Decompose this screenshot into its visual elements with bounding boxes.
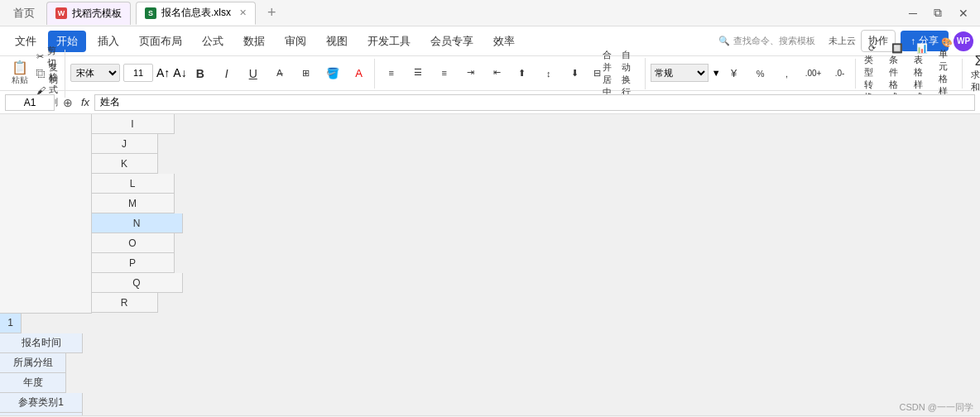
spreadsheet-container: I J K L M N O P Q R 1 报名时间 所属分组 bbox=[0, 114, 980, 415]
cell-K1[interactable]: 年度 bbox=[0, 373, 66, 393]
cell-style-button[interactable]: 🎨 单元格样式 bbox=[935, 59, 958, 89]
col-header-R[interactable]: R bbox=[92, 293, 158, 313]
decrease-decimal-button[interactable]: .0- bbox=[829, 59, 852, 89]
cell-I1[interactable]: 报名时间 bbox=[0, 333, 83, 353]
sum-label: 求和 bbox=[971, 69, 980, 93]
col-header-K[interactable]: K bbox=[92, 154, 158, 174]
close-button[interactable]: ✕ bbox=[954, 5, 973, 22]
increase-decimal-button[interactable]: .00+ bbox=[802, 59, 825, 89]
col-header-N[interactable]: N bbox=[92, 213, 183, 233]
sum-button[interactable]: Σ 求和 bbox=[968, 59, 980, 89]
cell-J1[interactable]: 所属分组 bbox=[0, 353, 66, 373]
font-name-select[interactable]: 宋体 bbox=[70, 64, 120, 82]
indent-increase-button[interactable]: ⇥ bbox=[459, 58, 483, 88]
font-size-input[interactable] bbox=[123, 64, 153, 82]
menu-review[interactable]: 审阅 bbox=[276, 31, 315, 52]
formula-input[interactable] bbox=[94, 94, 975, 111]
table-style-button[interactable]: 📊 表格样式 bbox=[910, 59, 934, 89]
minimize-button[interactable]: ─ bbox=[904, 5, 922, 22]
bold-button[interactable]: B bbox=[189, 59, 212, 89]
number-format-dropdown[interactable]: ▼ bbox=[712, 68, 721, 78]
col-header-O[interactable]: O bbox=[92, 233, 175, 253]
col-header-L[interactable]: L bbox=[92, 174, 175, 194]
column-header-row: I J K L M N O P Q R bbox=[0, 114, 183, 313]
cell-L1[interactable]: 参赛类别1 bbox=[0, 393, 83, 413]
strikethrough-button[interactable]: A̶ bbox=[268, 59, 291, 89]
font-increase-button[interactable]: A↑ bbox=[156, 66, 170, 79]
tab-wps[interactable]: W 找稻壳模板 bbox=[46, 2, 131, 25]
menu-member[interactable]: 会员专享 bbox=[422, 31, 482, 52]
add-tab-button[interactable]: + bbox=[261, 4, 283, 22]
auto-wrap-label: 自动换行 bbox=[622, 49, 638, 98]
number-group: 常规 ▼ ¥ % , .00+ .0- bbox=[647, 59, 856, 89]
table-row: 1 报名时间 所属分组 年度 参赛类别1 作品名称1 作品1 参赛类别2 作品名… bbox=[0, 313, 183, 415]
maximize-button[interactable]: ⧉ bbox=[929, 4, 947, 22]
valign-mid-button[interactable]: ↕ bbox=[537, 59, 560, 89]
table-style-icon: 📊 bbox=[916, 43, 928, 54]
fill-color-button[interactable]: 🪣 bbox=[321, 59, 344, 89]
home-button[interactable]: 首页 bbox=[7, 4, 41, 22]
italic-button[interactable]: I bbox=[215, 59, 238, 89]
align-right-button[interactable]: ≡ bbox=[433, 58, 456, 88]
valign-bot-button[interactable]: ⬇ bbox=[564, 59, 587, 89]
paste-button[interactable]: 📋 粘贴 bbox=[8, 59, 31, 89]
corner-cell bbox=[0, 114, 91, 313]
currency-button[interactable]: ¥ bbox=[723, 59, 746, 89]
menu-formula[interactable]: 公式 bbox=[194, 31, 232, 52]
menu-data[interactable]: 数据 bbox=[235, 31, 273, 52]
paste-label: 粘贴 bbox=[12, 74, 28, 86]
cell-M1[interactable]: 作品名称1 bbox=[0, 413, 83, 416]
calc-group: Σ 求和 ▽ 筛选 ↕ 排序 bbox=[964, 59, 980, 89]
sum-icon: Σ bbox=[975, 54, 980, 69]
menu-layout[interactable]: 页面布局 bbox=[131, 31, 190, 52]
cell-reference-input[interactable] bbox=[5, 94, 55, 111]
number-format-select[interactable]: 常规 bbox=[651, 64, 709, 82]
paste-icon: 📋 bbox=[12, 61, 28, 74]
menu-bar: 文件 开始 插入 页面布局 公式 数据 审阅 视图 开发工具 会员专享 效率 🔍… bbox=[0, 26, 980, 56]
spreadsheet-table: I J K L M N O P Q R 1 报名时间 所属分组 bbox=[0, 114, 183, 415]
thousand-button[interactable]: , bbox=[776, 59, 799, 89]
menu-view[interactable]: 视图 bbox=[318, 31, 356, 52]
valign-top-button[interactable]: ⬆ bbox=[511, 59, 534, 89]
underline-button[interactable]: U bbox=[242, 59, 265, 89]
indent-decrease-button[interactable]: ⇤ bbox=[486, 58, 509, 88]
search-area[interactable]: 🔍 查找命令、搜索模板 bbox=[718, 35, 815, 47]
title-bar-left: 首页 W 找稻壳模板 S 报名信息表.xlsx ✕ + bbox=[7, 2, 283, 25]
cond-format-button[interactable]: 🔲 条件格式 bbox=[886, 59, 909, 89]
col-header-P[interactable]: P bbox=[92, 253, 175, 273]
col-header-Q[interactable]: Q bbox=[92, 273, 183, 293]
formula-fx-label: fx bbox=[81, 96, 89, 108]
percent-button[interactable]: % bbox=[749, 59, 772, 89]
auto-wrap-button[interactable]: 自动换行 bbox=[618, 59, 641, 89]
tab-excel-label: 报名信息表.xlsx bbox=[161, 6, 231, 20]
menu-efficiency[interactable]: 效率 bbox=[485, 31, 523, 52]
col-header-J[interactable]: J bbox=[92, 134, 158, 154]
align-center-button[interactable]: ☰ bbox=[406, 58, 430, 88]
menu-insert[interactable]: 插入 bbox=[89, 31, 127, 52]
font-group: 宋体 A↑ A↓ B I U A̶ ⊞ 🪣 A bbox=[67, 59, 375, 89]
tab-close-button[interactable]: ✕ bbox=[239, 7, 247, 18]
csdn-watermark: CSDN @一一同学 bbox=[900, 401, 973, 414]
cell-style-icon: 🎨 bbox=[941, 37, 953, 48]
excel-icon: S bbox=[145, 7, 156, 19]
row-number-1[interactable]: 1 bbox=[0, 314, 22, 333]
tab-excel[interactable]: S 报名信息表.xlsx ✕ bbox=[136, 2, 256, 25]
col-header-I[interactable]: I bbox=[92, 114, 175, 134]
menu-dev[interactable]: 开发工具 bbox=[359, 31, 419, 52]
border-button[interactable]: ⊞ bbox=[295, 59, 318, 89]
align-left-button[interactable]: ≡ bbox=[380, 58, 403, 88]
merge-icon: ⊟ bbox=[593, 68, 601, 79]
type-convert-button[interactable]: ⟳ 类型转换 bbox=[861, 59, 884, 89]
user-avatar[interactable]: WP bbox=[954, 31, 973, 51]
formula-bar: ⊕ fx bbox=[0, 91, 980, 114]
merge-center-button[interactable]: ⊟ 合并居中 bbox=[590, 59, 615, 89]
search-icon: 🔍 bbox=[718, 36, 730, 46]
styles-group: ⟳ 类型转换 🔲 条件格式 📊 表格样式 🎨 单元格样式 bbox=[858, 59, 963, 89]
formula-expand-icon[interactable]: ⊕ bbox=[60, 96, 76, 109]
search-placeholder: 查找命令、搜索模板 bbox=[733, 35, 815, 47]
title-bar: 首页 W 找稻壳模板 S 报名信息表.xlsx ✕ + ─ ⧉ ✕ bbox=[0, 0, 980, 26]
font-decrease-button[interactable]: A↓ bbox=[173, 66, 186, 79]
font-color-button[interactable]: A bbox=[348, 59, 371, 89]
col-header-M[interactable]: M bbox=[92, 194, 175, 213]
align-group: ≡ ☰ ≡ ⇥ ⇤ ⬆ ↕ ⬇ ⊟ 合并居中 自动换行 bbox=[377, 58, 646, 89]
